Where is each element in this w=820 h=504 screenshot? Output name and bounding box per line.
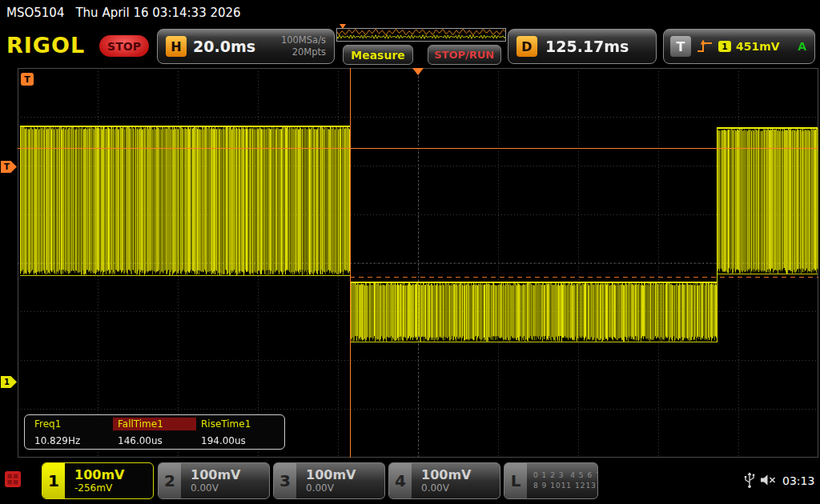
waveform-preview-strip[interactable] [336, 28, 506, 42]
t-label-chip: T [670, 36, 691, 57]
d-label-chip: D [517, 36, 537, 57]
delay-panel[interactable]: D 125.17ms [508, 29, 657, 64]
channel-3-number: 3 [274, 463, 296, 498]
channel-1-offset: -256mV [74, 482, 153, 494]
memory-depth-value: 20Mpts [281, 46, 326, 58]
channel-1-scale: 100mV [74, 467, 153, 482]
channel-3-button[interactable]: 3 100mV 0.00V [273, 462, 385, 499]
trigger-slope-icon [696, 38, 713, 55]
delay-value: 125.17ms [545, 38, 629, 55]
measurement-item: RiseTime1 194.00us [196, 418, 279, 446]
channel-2-number: 2 [159, 463, 181, 498]
rigol-logo: RIGOL [6, 33, 85, 58]
channel-1-offset-marker[interactable]: 1 [1, 376, 17, 388]
measurement-label: Freq1 [30, 418, 66, 430]
trigger-level-value: 451mV [736, 40, 780, 53]
timebase-value: 20.0ms [193, 38, 255, 55]
measurement-label-highlighted: FallTime1 [113, 418, 196, 430]
channel-2-button[interactable]: 2 100mV 0.00V [158, 462, 270, 499]
channel-4-scale: 100mV [421, 467, 500, 482]
acquisition-info: 100MSa/s 20Mpts [281, 34, 326, 58]
usb-icon [743, 470, 756, 490]
h-label-chip: H [166, 36, 187, 57]
home-grid-icon[interactable] [5, 471, 21, 487]
header-bar: RIGOL STOP H 20.0ms 100MSa/s 20Mpts Meas… [0, 26, 820, 68]
trigger-sweep-mode: A [798, 40, 808, 53]
channel-4-button[interactable]: 4 100mV 0.00V [388, 462, 500, 499]
logic-row-1: 0 1 2 3 4 5 6 7 [533, 470, 598, 482]
model-label: MSO5104 [6, 6, 64, 20]
channel-3-scale: 100mV [306, 467, 384, 482]
channel-3-offset: 0.00V [306, 482, 384, 494]
measurement-item: FallTime1 146.00us [113, 418, 196, 446]
trigger-panel[interactable]: T 1 451mV A [663, 29, 815, 64]
measurement-value: 146.00us [113, 435, 196, 446]
channel-4-number: 4 [389, 463, 412, 498]
sample-rate-value: 100MSa/s [281, 34, 326, 46]
horizontal-settings-panel[interactable]: H 20.0ms 100MSa/s 20Mpts [157, 29, 335, 64]
logic-label: L [504, 463, 527, 498]
channel-2-offset: 0.00V [191, 482, 269, 494]
trigger-position-marker[interactable] [412, 68, 424, 75]
speaker-muted-icon[interactable] [759, 474, 777, 486]
trigger-status-indicator: T [21, 73, 34, 86]
trigger-source-badge: 1 [718, 41, 731, 52]
measure-button[interactable]: Measure [343, 45, 413, 65]
measurement-box[interactable]: Freq1 10.829Hz FallTime1 146.00us RiseTi… [24, 414, 285, 450]
stop-run-button[interactable]: STOP/RUN [428, 45, 501, 65]
preview-canvas [337, 29, 505, 41]
waveform-display[interactable]: T [18, 68, 818, 458]
logic-channels-button[interactable]: L 0 1 2 3 4 5 6 7 8 9 1011 12131415 [504, 462, 598, 499]
top-info-bar: MSO5104 Thu April 16 03:14:33 2026 [0, 0, 820, 26]
measurement-item: Freq1 10.829Hz [30, 418, 113, 446]
channel-4-offset: 0.00V [421, 482, 500, 494]
measurement-value: 194.00us [196, 435, 279, 446]
channel-1-number: 1 [42, 463, 65, 498]
datetime-label: Thu April 16 03:14:33 2026 [75, 6, 240, 20]
clock-label: 03:13 [782, 474, 814, 487]
logic-row-2: 8 9 1011 12131415 [533, 481, 598, 492]
bottom-bar: 1 100mV -256mV 2 100mV 0.00V 3 100mV 0.0… [0, 460, 820, 504]
run-state-badge[interactable]: STOP [99, 35, 149, 57]
trigger-level-marker[interactable]: T [1, 161, 17, 173]
measurement-value: 10.829Hz [30, 435, 113, 446]
channel-1-button[interactable]: 1 100mV -256mV [42, 462, 154, 499]
waveform-canvas [18, 68, 818, 458]
measurement-label: RiseTime1 [196, 418, 255, 430]
channel-2-scale: 100mV [191, 467, 269, 482]
preview-position-marker-icon [340, 24, 346, 29]
